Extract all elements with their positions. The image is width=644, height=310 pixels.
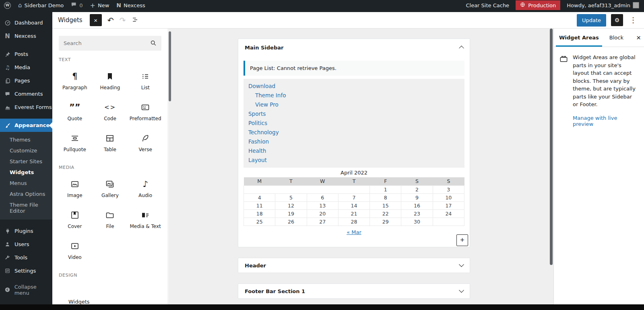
nav-link-view-pro[interactable]: View Pro bbox=[255, 100, 460, 109]
widgets-editor-canvas: Main Sidebar Page List: Cannot retrieve … bbox=[169, 29, 553, 304]
sidebar-item-nexcess[interactable]: N Nexcess bbox=[0, 29, 52, 43]
close-settings-button[interactable]: × bbox=[636, 34, 641, 41]
nav-link-politics[interactable]: Politics bbox=[248, 118, 460, 127]
inserter-scrollbar[interactable] bbox=[169, 31, 171, 101]
block-cover[interactable]: Cover bbox=[57, 204, 93, 235]
block-media-text[interactable]: Media & Text bbox=[128, 204, 163, 235]
table-icon bbox=[105, 133, 115, 143]
redo-button[interactable]: ↷ bbox=[120, 16, 126, 24]
quote-icon: ”” bbox=[69, 103, 80, 112]
sidebar-item-appearance[interactable]: Appearance bbox=[0, 119, 52, 132]
chevron-down-icon bbox=[459, 262, 464, 267]
calendar-pad-cell bbox=[244, 185, 370, 193]
submenu-item-widgets[interactable]: Widgets bbox=[0, 167, 52, 178]
wordpress-menu[interactable]: W bbox=[4, 2, 11, 9]
nexcess-admin-bar-menu[interactable]: N Nexcess bbox=[116, 2, 145, 8]
sidebar-item-media[interactable]: ♫ Media bbox=[0, 61, 52, 74]
block-gallery[interactable]: Gallery bbox=[93, 173, 128, 204]
block-code[interactable]: <> Code bbox=[93, 96, 128, 127]
site-name-link[interactable]: ⌂ Siderbar Demo bbox=[18, 2, 64, 9]
partial-widgets-label: Widgets bbox=[68, 299, 90, 304]
gear-icon: ⚙ bbox=[615, 17, 620, 23]
new-content-menu[interactable]: + New bbox=[90, 2, 109, 9]
search-input[interactable] bbox=[59, 36, 161, 51]
sidebar-item-dashboard[interactable]: Dashboard bbox=[0, 16, 52, 29]
comment-icon bbox=[4, 90, 11, 97]
sidebar-item-comments[interactable]: Comments bbox=[0, 87, 52, 101]
sidebar-item-tools[interactable]: Tools bbox=[0, 251, 52, 264]
comment-bubble-icon bbox=[71, 2, 77, 9]
nav-link-fashion[interactable]: Fashion bbox=[248, 137, 460, 146]
manage-live-preview-link[interactable]: Manage with live preview bbox=[573, 115, 639, 127]
brush-icon bbox=[4, 122, 11, 129]
block-table[interactable]: Table bbox=[93, 127, 128, 158]
block-preformatted[interactable]: Preformatted bbox=[128, 96, 163, 127]
submenu-item-astra-options[interactable]: Astra Options bbox=[0, 189, 52, 199]
submenu-item-menus[interactable]: Menus bbox=[0, 178, 52, 189]
clear-site-cache-button[interactable]: Clear Site Cache bbox=[466, 2, 509, 8]
nav-link-health[interactable]: Health bbox=[248, 146, 460, 155]
nav-link-sports[interactable]: Sports bbox=[248, 109, 460, 118]
block-pullquote[interactable]: Pullquote bbox=[57, 127, 93, 158]
nav-link-technology[interactable]: Technology bbox=[248, 127, 460, 137]
submenu-item-themes[interactable]: Themes bbox=[0, 134, 52, 145]
canvas-scrollbar[interactable] bbox=[550, 29, 553, 265]
calendar-day: 27 bbox=[307, 218, 338, 226]
block-paragraph[interactable]: ¶ Paragraph bbox=[57, 66, 93, 96]
sidebar-item-settings[interactable]: Settings bbox=[0, 264, 52, 277]
collapse-menu-button[interactable]: Collapse menu bbox=[0, 283, 52, 296]
calendar-prev-month-link[interactable]: « Mar bbox=[347, 229, 361, 235]
sidebar-item-pages[interactable]: Pages bbox=[0, 74, 52, 87]
calendar-day: 29 bbox=[370, 218, 401, 226]
nav-link-download[interactable]: Download bbox=[248, 81, 460, 90]
main-sidebar-panel-toggle[interactable]: Main Sidebar bbox=[238, 39, 470, 56]
undo-button[interactable]: ↶ bbox=[107, 16, 114, 24]
sidebar-item-posts[interactable]: Posts bbox=[0, 47, 52, 61]
howdy-account-menu[interactable]: Howdy, aefaf313_admin bbox=[567, 2, 639, 8]
update-button[interactable]: Update bbox=[577, 14, 606, 27]
header-panel-toggle[interactable]: Header bbox=[238, 258, 470, 273]
search-icon bbox=[149, 39, 157, 49]
close-inserter-button[interactable]: × bbox=[90, 14, 102, 26]
options-menu-button[interactable]: ⋮ bbox=[628, 16, 638, 25]
block-list[interactable]: List bbox=[128, 66, 163, 96]
add-block-button[interactable]: + bbox=[456, 234, 468, 246]
footer-1-panel-toggle[interactable]: Footer Bar Section 1 bbox=[238, 284, 470, 299]
calendar-caption: April 2022 bbox=[244, 168, 464, 177]
wrench-icon bbox=[4, 254, 11, 261]
block-file[interactable]: File bbox=[93, 204, 128, 235]
nav-link-layout[interactable]: Layout bbox=[248, 155, 460, 164]
list-view-button[interactable] bbox=[131, 16, 139, 25]
calendar-day-header: T bbox=[338, 177, 369, 185]
nav-link-theme-info[interactable]: Theme Info bbox=[255, 90, 460, 100]
tab-widget-areas[interactable]: Widget Areas bbox=[554, 29, 604, 47]
submenu-item-customize[interactable]: Customize bbox=[0, 145, 52, 156]
block-quote[interactable]: ”” Quote bbox=[57, 96, 93, 127]
chevron-down-icon bbox=[459, 287, 464, 293]
submenu-item-starter-sites[interactable]: Starter Sites bbox=[0, 156, 52, 167]
globe-icon bbox=[520, 2, 525, 8]
image-icon bbox=[70, 179, 80, 189]
list-view-icon bbox=[131, 17, 139, 25]
appearance-submenu: Themes Customize Starter Sites Widgets M… bbox=[0, 132, 52, 220]
block-heading[interactable]: Heading bbox=[93, 66, 128, 96]
mountain-icon bbox=[4, 104, 11, 111]
wordpress-logo-icon: W bbox=[4, 2, 11, 9]
sidebar-item-plugins[interactable]: Plugins bbox=[0, 224, 52, 238]
sidebar-item-everest-forms[interactable]: Everest Forms bbox=[0, 101, 52, 114]
block-verse[interactable]: Verse bbox=[128, 127, 163, 158]
panel-title: Main Sidebar bbox=[245, 45, 283, 51]
tab-block[interactable]: Block bbox=[604, 29, 629, 47]
pin-icon bbox=[4, 51, 11, 57]
environment-badge[interactable]: Production bbox=[516, 0, 560, 10]
audio-icon: ♪ bbox=[142, 179, 148, 189]
calendar-day: 22 bbox=[370, 209, 401, 218]
block-image[interactable]: Image bbox=[57, 173, 93, 204]
submenu-item-theme-file-editor[interactable]: Theme File Editor bbox=[0, 199, 52, 216]
comments-shortcut[interactable]: 0 bbox=[71, 2, 83, 9]
settings-toggle-button[interactable]: ⚙ bbox=[611, 14, 623, 26]
sidebar-item-users[interactable]: Users bbox=[0, 238, 52, 251]
block-audio[interactable]: ♪ Audio bbox=[128, 173, 163, 204]
widget-area-panel-main-sidebar: Main Sidebar Page List: Cannot retrieve … bbox=[238, 39, 470, 247]
block-video[interactable]: Video bbox=[57, 235, 93, 266]
